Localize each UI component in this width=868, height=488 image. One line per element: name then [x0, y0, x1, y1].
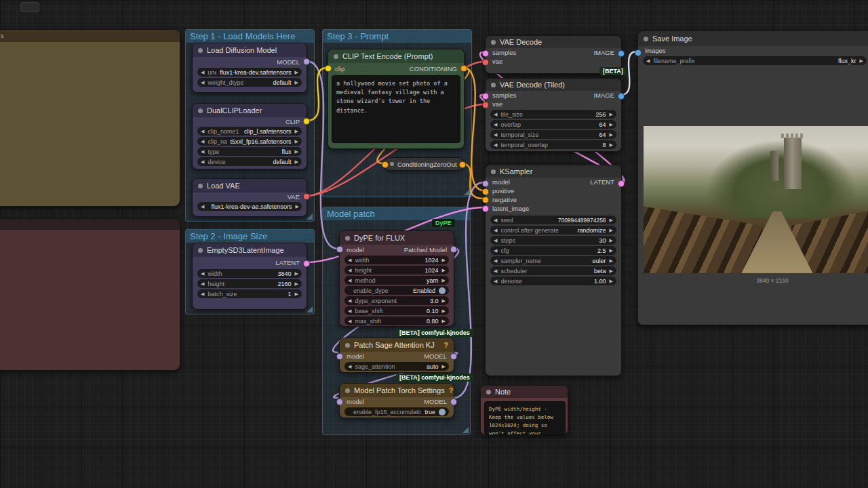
decrement-arrow[interactable]: ◀: [201, 159, 204, 165]
conditioning-input-slot[interactable]: [382, 161, 389, 168]
increment-arrow[interactable]: ▶: [295, 139, 298, 144]
node-save-image[interactable]: Save Image images ◀filename_prefixflux_k…: [637, 30, 868, 325]
decrement-arrow[interactable]: ◀: [201, 204, 204, 209]
partial-note-node-olive[interactable]: s: [0, 29, 180, 207]
widget-sampler-name[interactable]: ◀sampler_nameeuler▶: [490, 256, 616, 265]
decrement-arrow[interactable]: ◀: [201, 291, 204, 297]
increment-arrow[interactable]: ▶: [442, 298, 446, 304]
increment-arrow[interactable]: ▶: [610, 268, 613, 274]
conditioning-output-slot[interactable]: [460, 65, 467, 72]
increment-arrow[interactable]: ▶: [295, 70, 298, 75]
collapse-dot[interactable]: [334, 54, 338, 59]
partial-note-node-maroon[interactable]: [0, 218, 180, 371]
decrement-arrow[interactable]: ◀: [348, 258, 351, 263]
vae-output-slot[interactable]: [303, 193, 310, 200]
widget-filename-prefix[interactable]: ◀filename_prefixflux_kr▶: [643, 56, 867, 65]
decrement-arrow[interactable]: ◀: [201, 80, 204, 85]
increment-arrow[interactable]: ▶: [442, 278, 446, 283]
clip-output-slot[interactable]: [303, 118, 310, 125]
widget-cfg[interactable]: ◀cfg2.5▶: [490, 246, 616, 255]
collapse-dot[interactable]: [390, 162, 394, 166]
increment-arrow[interactable]: ▶: [442, 258, 446, 263]
collapse-dot[interactable]: [345, 388, 350, 393]
model-output-slot[interactable]: [450, 353, 457, 360]
help-icon[interactable]: ?: [443, 341, 448, 349]
decrement-arrow[interactable]: ◀: [494, 112, 497, 117]
increment-arrow[interactable]: ▶: [442, 308, 446, 314]
help-icon[interactable]: ?: [449, 386, 454, 394]
model-input-slot[interactable]: [336, 399, 343, 405]
image-output-slot[interactable]: [618, 50, 625, 57]
increment-arrow[interactable]: ▶: [295, 291, 298, 297]
images-input-slot[interactable]: [635, 49, 642, 56]
decrement-arrow[interactable]: ◀: [201, 139, 204, 144]
negative-input-slot[interactable]: [482, 197, 489, 203]
decrement-arrow[interactable]: ◀: [494, 132, 497, 138]
widget-denoise[interactable]: ◀denoise1.00▶: [490, 277, 616, 285]
widget-control-after-generate[interactable]: ◀control after generaterandomize▶: [490, 226, 616, 235]
decrement-arrow[interactable]: ◀: [348, 364, 351, 369]
increment-arrow[interactable]: ▶: [610, 228, 613, 233]
increment-arrow[interactable]: ▶: [295, 80, 298, 85]
node-ksampler[interactable]: KSampler model LATENT positive negative …: [485, 165, 622, 376]
increment-arrow[interactable]: ▶: [610, 218, 613, 223]
increment-arrow[interactable]: ▶: [610, 248, 613, 253]
decrement-arrow[interactable]: ◀: [348, 319, 351, 324]
widget-temporal-size[interactable]: ◀temporal_size64▶: [490, 130, 616, 139]
collapse-dot[interactable]: [345, 236, 350, 241]
increment-arrow[interactable]: ▶: [295, 159, 298, 165]
node-note[interactable]: Note DyPE width/height - Keep the values…: [480, 385, 568, 435]
model-output-slot[interactable]: [303, 58, 310, 65]
increment-arrow[interactable]: ▶: [860, 58, 863, 64]
decrement-arrow[interactable]: ◀: [348, 268, 351, 273]
widget-scheduler[interactable]: ◀schedulerbeta▶: [490, 266, 616, 275]
latent-output-slot[interactable]: [618, 180, 625, 187]
samples-input-slot[interactable]: [482, 50, 489, 57]
conditioning-output-slot[interactable]: [459, 161, 466, 168]
node-dualcliploader[interactable]: DualCLIPLoader CLIP ◀clip_name1clip_l.sa…: [192, 103, 307, 169]
increment-arrow[interactable]: ▶: [295, 129, 298, 134]
widget-seed[interactable]: ◀seed700994489974256▶: [490, 216, 616, 224]
widget-dype-exponent[interactable]: ◀dype_exponent3.0▶: [344, 296, 449, 305]
widget-clip-name2[interactable]: ◀clip_nam ...t5xxl_fp16.safetensors▶: [197, 137, 302, 146]
decrement-arrow[interactable]: ◀: [494, 268, 497, 274]
increment-arrow[interactable]: ▶: [295, 149, 298, 155]
node-torch-settings[interactable]: Model Patch Torch Settings? model MODEL …: [339, 383, 454, 418]
collapse-dot[interactable]: [198, 108, 203, 113]
collapse-dot[interactable]: [198, 248, 203, 253]
widget-steps[interactable]: ◀steps30▶: [490, 236, 616, 245]
node-vae-decode-tiled[interactable]: VAE Decode (Tiled) samples IMAGE vae ◀ti…: [485, 78, 622, 152]
vae-input-slot[interactable]: [482, 102, 489, 108]
decrement-arrow[interactable]: ◀: [201, 129, 204, 134]
comfyui-canvas[interactable]: { "colors":{"model":"#b19cd9","clip":"#f…: [0, 0, 868, 488]
decrement-arrow[interactable]: ◀: [494, 218, 497, 223]
decrement-arrow[interactable]: ◀: [494, 228, 497, 233]
increment-arrow[interactable]: ▶: [610, 258, 613, 264]
widget-max-shift[interactable]: ◀max_shift0.80▶: [344, 317, 449, 325]
node-patch-sage-attention[interactable]: Patch Sage Attention KJ? model MODEL ◀sa…: [339, 338, 454, 373]
decrement-arrow[interactable]: ◀: [201, 70, 204, 75]
decrement-arrow[interactable]: ◀: [494, 122, 497, 127]
collapse-dot[interactable]: [644, 37, 648, 41]
widget-enable-dype[interactable]: enable_dypeEnabled: [344, 286, 449, 295]
increment-arrow[interactable]: ▶: [610, 279, 613, 284]
increment-arrow[interactable]: ▶: [610, 132, 613, 138]
model-input-slot[interactable]: [336, 246, 343, 253]
widget-overlap[interactable]: ◀overlap64▶: [490, 120, 616, 129]
partial-collapsed-node[interactable]: [20, 2, 39, 12]
decrement-arrow[interactable]: ◀: [348, 308, 351, 314]
increment-arrow[interactable]: ▶: [610, 122, 613, 127]
increment-arrow[interactable]: ▶: [295, 281, 298, 287]
increment-arrow[interactable]: ▶: [295, 204, 298, 209]
collapse-dot[interactable]: [198, 184, 203, 188]
collapse-dot[interactable]: [491, 40, 496, 45]
node-load-diffusion-model[interactable]: Load Diffusion Model MODEL ◀unet_...flux…: [192, 43, 307, 93]
increment-arrow[interactable]: ▶: [442, 364, 446, 369]
widget-batch-size[interactable]: ◀batch_size1▶: [197, 289, 302, 298]
widget-method[interactable]: ◀methodyarn▶: [344, 276, 449, 285]
collapse-dot[interactable]: [198, 48, 203, 53]
decrement-arrow[interactable]: ◀: [494, 142, 497, 148]
collapse-dot[interactable]: [491, 83, 496, 87]
decrement-arrow[interactable]: ◀: [201, 281, 204, 287]
widget-type[interactable]: ◀typeflux▶: [197, 147, 302, 156]
